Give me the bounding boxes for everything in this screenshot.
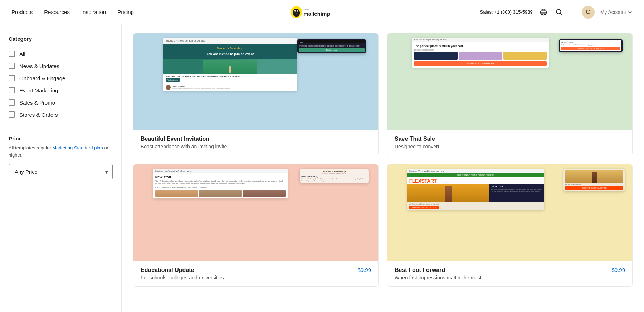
price-section: Price All templates require Marketing St… [9,135,113,179]
category-stores-label: Stores & Orders [19,112,58,118]
template-card-event-invitation[interactable]: Subject: Will you be able to join us? Sa… [133,33,379,155]
category-stores-checkbox[interactable] [9,111,15,118]
svg-point-8 [299,9,302,11]
template-info-1: Beautiful Event Invitation Boost attenda… [133,130,378,155]
chevron-down-icon [628,10,633,15]
template-title-2: Save That Sale [395,136,439,142]
category-section-title: Category [9,36,113,42]
category-event-marketing[interactable]: Event Marketing [9,84,113,96]
template-info-2: Save That Sale Designed to convert [387,130,632,155]
template-title-3: Educational Update [141,267,224,273]
mock-subject-2: Subject: Were you looking for this? [412,38,549,42]
mock-subject-3: Subject: Here's what we've been up to [153,169,288,173]
template-preview-event-invitation: Subject: Will you be able to join us? Sa… [133,33,378,130]
sidebar: Category All News & Updates Onboard & En… [0,24,122,312]
globe-icon[interactable] [538,7,548,17]
sales-phone: Sales: +1 (800) 315-5939 [480,9,533,15]
template-preview-educational: Subject: Here's what we've been up to Ne… [133,164,378,261]
marketing-standard-link[interactable]: Marketing Standard plan [52,145,103,150]
price-select-wrapper: Any Price Free Paid ▾ [9,164,113,179]
phone-overlay-3: Sawyer's Bakeshop College Courier - Marc… [300,169,369,183]
template-info-3: Educational Update For schools, colleges… [133,261,378,286]
header: Products Resources Inspiration Pricing i… [0,0,644,24]
category-sales-promo[interactable]: Sales & Promo [9,96,113,109]
template-desc-3: For schools, colleges and universities [141,275,224,280]
mock-subject-1: Subject: Will you be able to join us? [163,38,297,44]
category-onboard-label: Onboard & Engage [19,75,65,81]
nav-products[interactable]: Products [11,9,33,15]
template-price-3: $9.99 [357,267,371,273]
phone-overlay-4: Use this area to add more EXPLORE OUR CO… [564,169,625,191]
nav-resources[interactable]: Resources [44,9,70,15]
header-right: Sales: +1 (800) 315-5939 C My Account [480,6,633,19]
category-news-updates[interactable]: News & Updates [9,60,113,72]
price-title: Price [9,135,113,141]
user-dropdown[interactable]: My Account [600,9,633,15]
template-card-save-sale[interactable]: Subject: Were you looking for this? The … [387,33,633,155]
category-sales-checkbox[interactable] [9,99,15,106]
template-preview-save-sale: Subject: Were you looking for this? The … [387,33,632,130]
template-info-4: Best Foot Forward When first impressions… [387,261,632,286]
template-price-4: $9.99 [611,267,625,273]
user-dropdown-label: My Account [600,9,626,15]
template-desc-2: Designed to convert [395,144,439,149]
nav-inspiration[interactable]: Inspiration [81,9,106,15]
svg-line-17 [560,13,562,15]
price-select[interactable]: Any Price Free Paid [9,164,112,179]
category-stores-orders[interactable]: Stores & Orders [9,109,113,121]
category-event-checkbox[interactable] [9,87,15,93]
price-note: All templates require Marketing Standard… [9,144,113,158]
avatar[interactable]: C [582,6,595,19]
template-card-best-foot[interactable]: Subject: We're glad to have you here FRE… [387,164,633,287]
template-card-educational[interactable]: Subject: Here's what we've been up to Ne… [133,164,379,287]
category-event-label: Event Marketing [19,87,58,93]
phone-overlay-2: Express Shipping Replace this text with … [559,39,623,52]
template-desc-4: When first impressions matter the most [395,275,482,280]
search-icon[interactable] [554,7,564,17]
svg-point-6 [297,10,298,11]
nav-pricing[interactable]: Pricing [117,9,134,15]
category-sales-label: Sales & Promo [19,100,55,106]
svg-text:mailchimp: mailchimp [303,10,330,16]
templates-grid: Subject: Will you be able to join us? Sa… [133,33,633,287]
category-all[interactable]: All [9,48,113,60]
category-onboard-engage[interactable]: Onboard & Engage [9,72,113,84]
main-content: Subject: Will you be able to join us? Sa… [122,24,644,312]
sidebar-divider [9,128,113,128]
svg-point-7 [291,9,293,11]
header-divider [573,6,573,18]
page-layout: Category All News & Updates Onboard & En… [0,24,644,312]
category-all-label: All [19,51,25,57]
category-news-label: News & Updates [19,63,59,69]
svg-point-2 [294,9,299,14]
template-desc-1: Boost attendance with an inviting invite [141,144,227,149]
template-preview-best-foot: Subject: We're glad to have you here FRE… [387,164,632,261]
mock-subject-4: Subject: We're glad to have you here [407,169,544,173]
template-title-1: Beautiful Event Invitation [141,136,227,142]
category-onboard-checkbox[interactable] [9,75,15,81]
category-news-checkbox[interactable] [9,63,15,69]
category-all-checkbox[interactable] [9,51,15,57]
svg-point-5 [295,10,296,11]
main-nav: Products Resources Inspiration Pricing [11,9,134,15]
logo[interactable]: intuit mailchimp [289,5,355,19]
phone-overlay-1: ●●● Provide a concise description of a t… [297,39,366,53]
template-title-4: Best Foot Forward [395,267,482,273]
